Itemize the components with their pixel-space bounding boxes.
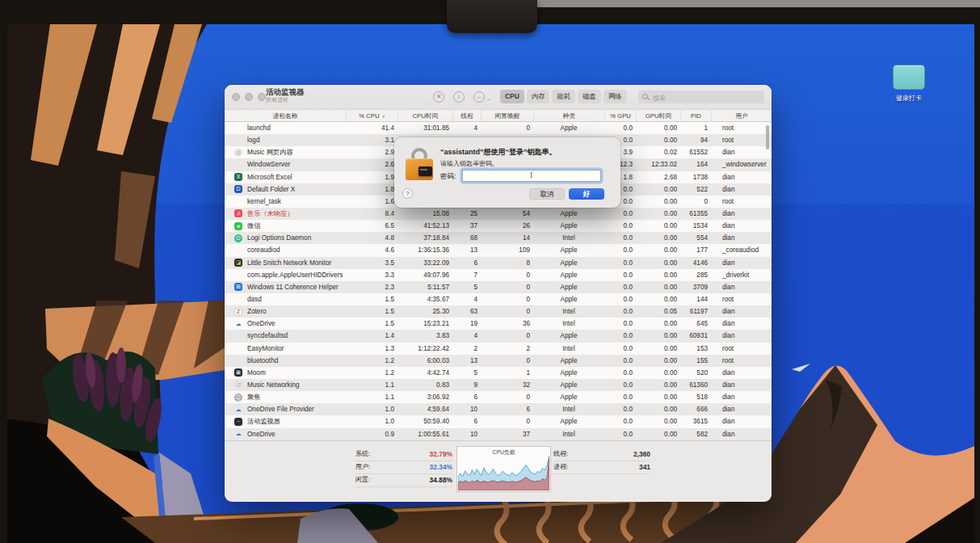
cell-idle-wakeups: 109 (481, 244, 533, 256)
cell-gpu-time: 0.00 (636, 428, 680, 440)
column-header[interactable]: 用户 (711, 110, 772, 121)
cell-threads: 63 (452, 305, 481, 318)
minimize-button[interactable] (245, 93, 253, 101)
background-wall (533, 0, 980, 7)
cell-threads: 9 (452, 379, 481, 391)
cell-gpu: 0.0 (604, 403, 636, 415)
table-row[interactable]: launchd41.431:01.8540Apple0.00.001root (225, 122, 772, 134)
table-row[interactable]: dasd1.54:35.6740Apple0.00.00144root (225, 293, 772, 305)
cell-process-name: dasd (225, 293, 346, 305)
table-row[interactable]: ●微信6.541:52.133726Apple0.00.001534dian (225, 220, 772, 232)
cell-user: dian (711, 183, 772, 196)
column-header[interactable]: % GPU (604, 110, 636, 121)
window-titlebar[interactable]: 活动监视器 所有进程 ✕i–⌄ CPU内存能耗磁盘网络 (225, 85, 772, 109)
column-header[interactable]: 种类 (533, 110, 604, 121)
cell-cpu: 3.1 (346, 134, 397, 146)
cell-process-name: OLogi Options Daemon (225, 232, 346, 244)
table-row[interactable]: Q聚焦1.13:06.9260Apple0.00.00518dian (225, 391, 772, 403)
process-name: launchd (247, 124, 271, 132)
table-header[interactable]: 进程名称% CPU∨CPU时间线程闲置唤醒种类% GPUGPU时间PID用户 (225, 109, 772, 122)
cell-pid: 1738 (680, 171, 711, 183)
table-row[interactable]: coreaudiod4.61:36:15.3613109Apple0.00.00… (225, 244, 772, 256)
cell-threads: 10 (452, 428, 481, 440)
cell-kind: Apple (533, 391, 604, 403)
cell-process-name: Q聚焦 (225, 391, 346, 403)
scrollbar-thumb[interactable] (766, 125, 769, 149)
cell-idle-wakeups: 0 (481, 355, 533, 367)
process-name: Little Snitch Network Monitor (247, 259, 331, 267)
table-row[interactable]: ~活动监视器1.050:59.4060Apple0.00.003615dian (225, 415, 772, 427)
column-header[interactable]: % CPU∨ (346, 110, 397, 121)
activity-icon: ~ (234, 418, 242, 426)
cell-cpu-time: 5:11.57 (397, 281, 452, 293)
process-name: WindowServer (247, 161, 290, 168)
cell-process-name: ZZotero (225, 305, 346, 318)
table-row[interactable]: syncdefaultsd1.43.8340Apple0.00.0060931d… (225, 330, 772, 342)
cell-gpu-time: 2.68 (636, 171, 680, 183)
table-row[interactable]: ⊞Windows 11 Coherence Helper2.35:11.5750… (225, 281, 772, 293)
cell-gpu-time: 0.00 (636, 220, 680, 232)
column-header[interactable]: 线程 (452, 110, 481, 121)
table-row[interactable]: ☁OneDrive0.91:00:55.611037Intel0.00.0058… (225, 428, 772, 440)
cell-user: dian (711, 146, 772, 158)
table-row[interactable]: ▣Moom1.24:42.7451Apple0.00.00520dian (225, 367, 772, 379)
cell-process-name: ♫Music Networking (225, 379, 346, 391)
cell-threads: 5 (452, 367, 481, 379)
cell-kind: Apple (533, 379, 604, 391)
table-row[interactable]: bluetoothd1.26:00.03130Apple0.00.00155ro… (225, 355, 772, 367)
cell-idle-wakeups: 0 (481, 391, 533, 403)
tab-网络[interactable]: 网络 (604, 90, 627, 103)
process-name: Moom (247, 369, 266, 377)
close-button[interactable] (232, 93, 240, 101)
cell-idle-wakeups: 0 (481, 305, 533, 318)
cell-cpu-time: 50:59.40 (397, 415, 452, 427)
cell-pid: 3615 (680, 415, 711, 427)
search-input[interactable] (651, 91, 763, 104)
column-header[interactable]: PID (680, 110, 711, 121)
tab-磁盘[interactable]: 磁盘 (578, 90, 601, 103)
table-row[interactable]: ☁OneDrive1.515:23.211936Intel0.00.00645d… (225, 318, 772, 330)
process-name: bluetoothd (247, 357, 278, 364)
column-header[interactable]: CPU时间 (397, 110, 452, 121)
help-button[interactable]: ? (402, 188, 413, 199)
cell-idle-wakeups: 26 (481, 220, 533, 232)
cell-gpu: 0.0 (604, 415, 636, 427)
cell-gpu: 0.0 (604, 355, 636, 367)
cell-process-name: ☁OneDrive File Provider (225, 403, 346, 415)
table-row[interactable]: ♫Music Networking1.10.83932Apple0.00.006… (225, 379, 772, 391)
cell-cpu-time: 25.30 (397, 305, 452, 318)
search-field[interactable] (638, 90, 764, 103)
cell-cpu: 4.6 (346, 244, 397, 256)
password-field[interactable] (462, 170, 601, 182)
cell-gpu: 0.0 (604, 244, 636, 256)
thread-process-stats: 线程:2,360进程:341 (553, 448, 650, 474)
table-row[interactable]: ZZotero1.525.30630Intel0.00.0561197dian (225, 305, 772, 318)
table-row[interactable]: OLogi Options Daemon4.837:18.846814Intel… (225, 232, 772, 244)
desktop-icon-health-checkin[interactable]: 健康打卡 (890, 65, 928, 103)
cell-kind: Intel (533, 403, 604, 415)
table-row[interactable]: ♫音乐（未响应）8.415.082554Apple0.00.0061355dia… (225, 208, 772, 220)
cell-user: dian (711, 428, 772, 440)
more-options-icon[interactable]: – (473, 91, 485, 103)
cell-pid: 94 (680, 134, 711, 146)
cell-gpu-time: 0.00 (636, 367, 680, 379)
table-row[interactable]: ☁OneDrive File Provider1.04:59.64106Inte… (225, 403, 772, 415)
stop-process-icon[interactable]: ✕ (433, 91, 444, 103)
column-header[interactable]: 闲置唤醒 (481, 110, 533, 121)
cell-process-name: ~活动监视器 (225, 415, 346, 427)
process-name: 聚焦 (247, 394, 260, 401)
column-header[interactable]: GPU时间 (636, 110, 680, 121)
table-row[interactable]: com.apple.AppleUserHIDDrivers3.349:07.96… (225, 269, 772, 281)
inspect-icon[interactable]: i (453, 91, 465, 103)
tab-内存[interactable]: 内存 (527, 90, 550, 103)
zoom-button[interactable] (258, 93, 266, 101)
ok-button[interactable]: 好 (569, 188, 604, 200)
table-row[interactable]: ◪Little Snitch Network Monitor3.533:22.0… (225, 257, 772, 269)
cell-user: dian (711, 220, 772, 232)
stat-value: 341 (639, 461, 650, 473)
cancel-button[interactable]: 取消 (529, 188, 565, 200)
table-row[interactable]: EasyMonitor1.31:12:22.4222Intel0.00.0015… (225, 343, 772, 355)
column-header[interactable]: 进程名称 (225, 110, 346, 121)
tab-能耗[interactable]: 能耗 (552, 90, 575, 103)
tab-cpu[interactable]: CPU (500, 90, 524, 103)
